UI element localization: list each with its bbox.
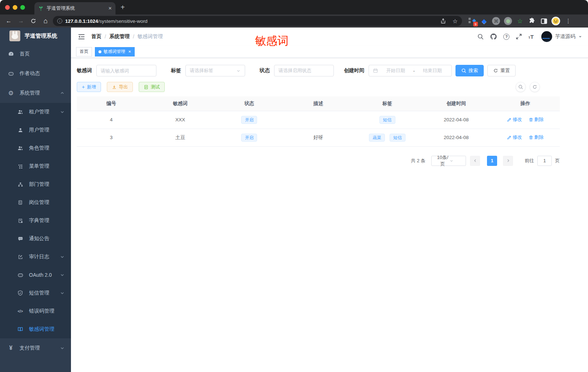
keyword-input-field[interactable] [101,68,152,74]
user-name: 芋道源码 [555,33,575,40]
close-icon[interactable]: ✕ [128,50,131,54]
user-menu[interactable]: 芋道源码 [541,31,582,42]
sidebar-fold-icon[interactable] [77,32,86,41]
status-select[interactable]: 请选择启用状态 [274,65,334,76]
users-icon [17,145,24,151]
edit-link[interactable]: 修改 [507,116,522,123]
side-panel-icon[interactable] [539,17,548,25]
chevron-down-icon [449,159,463,163]
github-icon[interactable] [490,33,497,40]
sidebar-item-audit-log[interactable]: 审计日志 [0,248,71,266]
table-mini-actions [516,82,540,92]
test-button[interactable]: 测试 [139,82,165,92]
help-icon[interactable]: ? [503,34,509,40]
extension-grid-icon[interactable]: ◆ 9 [468,17,476,25]
next-page-button[interactable] [503,156,513,166]
edit-link[interactable]: 修改 [507,134,522,141]
delete-link[interactable]: 删除 [529,116,544,123]
extensions-puzzle-icon[interactable] [528,17,536,25]
prev-page-button[interactable] [470,156,480,166]
extension-star-icon[interactable]: ☆ [516,17,524,25]
add-button[interactable]: + 新增 [77,82,101,92]
sidebar-item-menu[interactable]: 菜单管理 [0,157,71,175]
sidebar-item-dict[interactable]: 字典管理 [0,212,71,230]
search-button[interactable]: 搜索 [455,65,484,76]
tag-view-sensitive-word[interactable]: 敏感词管理 ✕ [95,47,135,57]
forward-icon[interactable]: → [16,16,26,26]
delete-link[interactable]: 删除 [529,134,544,141]
status-badge: 开启 [241,116,257,124]
bookmark-star-icon[interactable]: ☆ [453,18,458,25]
reset-button[interactable]: 重置 [487,65,516,76]
share-icon[interactable] [440,18,446,24]
date-range-picker[interactable]: 开始日期 - 结束日期 [369,65,452,76]
sidebar-item-sms[interactable]: 短信管理 [0,284,71,302]
sidebar-item-oauth[interactable]: OAuth 2.0 [0,266,71,284]
home-icon[interactable]: ⌂ [41,16,51,26]
zoom-window-button[interactable] [20,5,25,10]
open-book-icon [17,326,24,332]
sidebar-item-label: 短信管理 [29,290,55,296]
cell-created: 2022-04-08 [422,111,491,129]
sidebar-item-role[interactable]: 角色管理 [0,139,71,157]
tag-select[interactable]: 请选择标签 [185,65,245,76]
close-window-button[interactable] [5,5,10,10]
page-number-button[interactable]: 1 [487,156,497,166]
page-size-select[interactable]: 10条/页 [431,156,466,166]
cell-id: 4 [77,111,146,129]
edit-link-label: 修改 [513,134,522,141]
goto-page-input[interactable] [537,156,552,166]
sidebar-item-user[interactable]: 用户管理 [0,121,71,139]
back-icon[interactable]: ← [4,16,14,26]
goto-label: 前往 [525,158,534,164]
chrome-menu-icon[interactable]: ⋮ [566,18,571,24]
sidebar-item-tenant[interactable]: 租户管理 [0,103,71,121]
extension-record-icon[interactable] [504,17,512,25]
tag-view-home[interactable]: 首页 [76,47,92,57]
reload-icon[interactable] [28,16,38,26]
sidebar-item-payment[interactable]: ¥ 支付管理 [0,338,71,358]
tab-close-icon[interactable]: ✕ [108,6,112,11]
new-tab-button[interactable]: + [121,4,125,11]
sidebar-item-home[interactable]: 首页 [0,44,71,64]
breadcrumb-home[interactable]: 首页 [91,33,101,40]
keyword-input[interactable] [96,65,156,76]
extension-badge: 9 [473,22,478,26]
breadcrumb-current: 敏感词管理 [138,33,163,40]
breadcrumb: 首页 / 系统管理 / 敏感词管理 [91,33,163,40]
sidebar-logo[interactable]: 芋道管理系统 [0,28,71,44]
refresh-icon[interactable] [530,82,540,92]
code-icon: </> [17,309,24,313]
export-button[interactable]: 导出 [107,82,133,92]
date-start-placeholder[interactable]: 开始日期 [381,67,411,74]
tag-badge: 蔬菜 [369,134,385,142]
address-bar[interactable]: i 127.0.0.1:1024/system/sensitive-word ☆ [53,16,462,26]
profile-avatar-icon[interactable] [551,17,560,25]
site-info-icon[interactable]: i [57,18,62,24]
tags-view-bar: 首页 敏感词管理 ✕ [71,46,588,58]
cell-actions: 修改 删除 [491,129,560,146]
sidebar-item-author-feed[interactable]: 作者动态 [0,64,71,83]
keyword-label: 敏感词 [77,67,92,74]
dictionary-icon [17,218,24,223]
minimize-window-button[interactable] [13,5,17,10]
search-icon[interactable] [477,33,484,40]
breadcrumb-system[interactable]: 系统管理 [109,33,130,40]
status-select-placeholder: 请选择启用状态 [278,67,311,74]
search-toggle-icon[interactable] [516,82,526,92]
extension-gem-icon[interactable]: ◆ [480,17,488,25]
window-controls[interactable] [0,5,29,10]
cell-status: 开启 [215,129,284,146]
extension-command-icon[interactable]: ⌘ [492,17,500,25]
status-badge: 开启 [241,134,257,142]
browser-tab[interactable]: 芋道管理系统 ✕ [34,2,116,14]
fullscreen-icon[interactable] [516,33,522,40]
sidebar-item-system[interactable]: ⚙ 系统管理 [0,83,71,103]
sidebar-item-sensitive-word[interactable]: 敏感词管理 [0,320,71,338]
sidebar-item-dept[interactable]: 部门管理 [0,175,71,193]
date-end-placeholder[interactable]: 结束日期 [417,67,448,74]
sidebar-item-notice[interactable]: 通知公告 [0,230,71,248]
font-size-icon[interactable]: TT [528,34,534,39]
sidebar-item-post[interactable]: 岗位管理 [0,193,71,212]
sidebar-item-error-code[interactable]: </> 错误码管理 [0,302,71,320]
